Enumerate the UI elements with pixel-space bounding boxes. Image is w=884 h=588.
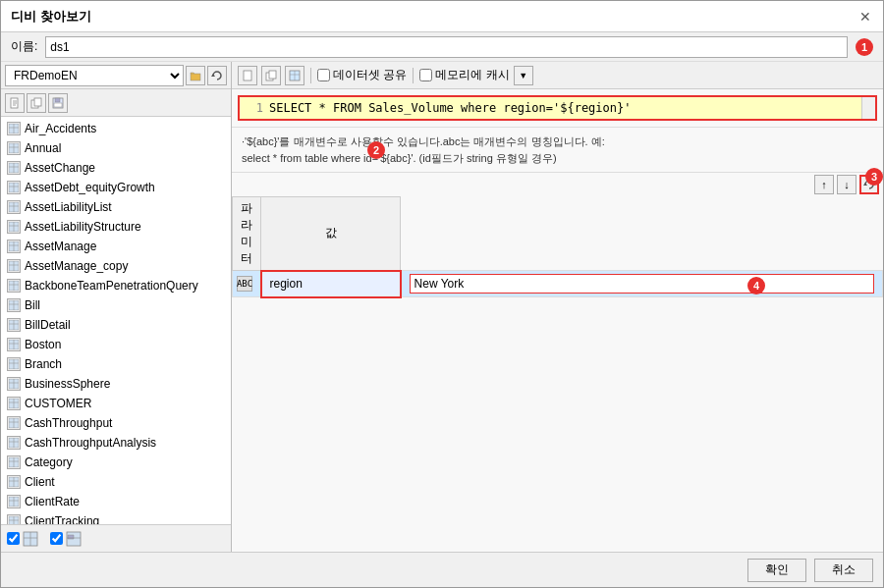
- list-item-label: CUSTOMER: [25, 397, 91, 410]
- svg-rect-0: [191, 74, 200, 80]
- checkbox-2[interactable]: [50, 532, 63, 545]
- copy-button[interactable]: [27, 93, 46, 113]
- dataset-share-checkbox[interactable]: 데이터셋 공유: [317, 67, 407, 83]
- list-item[interactable]: ClientRate: [1, 492, 231, 511]
- annotation-2: 2: [367, 141, 385, 159]
- svg-marker-88: [863, 183, 867, 186]
- list-item-label: Annual: [25, 141, 61, 155]
- param-row: ABC region: [233, 271, 883, 297]
- list-item[interactable]: AssetLiabilityList: [1, 197, 231, 217]
- table-icon: [7, 436, 21, 450]
- copy2-icon: [265, 70, 277, 81]
- list-item-label: BillDetail: [25, 318, 71, 332]
- param-value-cell: [401, 271, 883, 297]
- table-icon: [7, 122, 21, 135]
- param-table: 파라미터 값 ABC region: [232, 196, 883, 298]
- move-up-button[interactable]: ↑: [814, 175, 834, 194]
- list-item-label: AssetLiabilityList: [25, 200, 112, 214]
- table-icon: [7, 357, 21, 371]
- move-down-button[interactable]: ↓: [837, 175, 856, 194]
- list-item[interactable]: AssetDebt_equityGrowth: [1, 178, 231, 197]
- list-item-label: Branch: [25, 357, 62, 371]
- hint-line-2: select * from table where id='${abc}'. (…: [242, 150, 873, 167]
- confirm-button[interactable]: 확인: [747, 559, 806, 582]
- list-item[interactable]: Boston: [1, 335, 231, 354]
- name-row: 이름: 1: [1, 32, 883, 62]
- table-icon: [7, 298, 21, 312]
- left-toolbar: FRDemoEN: [1, 62, 231, 89]
- save-icon: [52, 97, 64, 109]
- table-icon: [7, 200, 21, 214]
- toolbar-btn-1[interactable]: [238, 66, 257, 85]
- table-icon: [7, 377, 21, 391]
- list-item[interactable]: AssetManage: [1, 237, 231, 256]
- copy-icon: [30, 97, 42, 109]
- save-button[interactable]: [48, 93, 68, 113]
- list-item[interactable]: AssetManage_copy: [1, 256, 231, 276]
- toolbar-btn-3[interactable]: [285, 66, 304, 85]
- content-area: FRDemoEN: [1, 62, 883, 552]
- table-icon: [7, 416, 21, 430]
- table-icon: [7, 240, 21, 253]
- table-icon: [7, 161, 21, 175]
- refresh-button[interactable]: [207, 66, 227, 85]
- list-item-label: AssetLiabilityStructure: [25, 220, 141, 234]
- hint-area: ·'${abc}'를 매개변수로 사용할수 있습니다.abc는 매개변수의 명칭…: [232, 127, 883, 172]
- toolbar-btn-2[interactable]: [261, 66, 281, 85]
- list-item[interactable]: ClientTracking: [1, 511, 231, 524]
- list-item-label: CashThroughputAnalysis: [25, 436, 156, 450]
- list-item[interactable]: AssetChange: [1, 158, 231, 178]
- param-value-input[interactable]: [410, 274, 874, 294]
- title-bar: 디비 찾아보기 ✕: [1, 1, 883, 32]
- list-item-label: Client: [25, 475, 55, 489]
- list-item[interactable]: BackboneTeamPenetrationQuery: [1, 276, 231, 295]
- dataset-share-check[interactable]: [317, 69, 330, 81]
- cancel-button[interactable]: 취소: [814, 559, 873, 582]
- list-item-label: AssetManage: [25, 240, 96, 253]
- table-icon: [7, 259, 21, 273]
- hint-line-1: ·'${abc}'를 매개변수로 사용할수 있습니다.abc는 매개변수의 명칭…: [242, 134, 873, 150]
- close-button[interactable]: ✕: [857, 9, 873, 25]
- toolbar-dropdown-btn[interactable]: ▼: [514, 66, 533, 85]
- name-input[interactable]: [45, 36, 848, 58]
- memory-cache-checkbox[interactable]: 메모리에 캐시: [419, 67, 509, 83]
- list-item[interactable]: AssetLiabilityStructure: [1, 217, 231, 237]
- dialog-footer: 확인 취소: [1, 552, 883, 587]
- list-item[interactable]: BusinessSphere: [1, 374, 231, 394]
- checkbox-1[interactable]: [7, 532, 20, 545]
- list-item[interactable]: Air_Accidents: [1, 119, 231, 138]
- sql-text: SELECT * FROM Sales_Volume where region=…: [269, 101, 631, 115]
- scrollbar[interactable]: [861, 97, 875, 119]
- table-icon: [7, 338, 21, 351]
- param-section: ↑ ↓ 3 파라미터: [232, 172, 883, 298]
- svg-marker-1: [211, 74, 215, 77]
- list-item-label: ClientTracking: [25, 514, 99, 524]
- sql-line: 1 SELECT * FROM Sales_Volume where regio…: [240, 97, 861, 119]
- folder-icon: [190, 70, 201, 81]
- param-name: region: [270, 277, 303, 291]
- list-item[interactable]: CashThroughputAnalysis: [1, 433, 231, 453]
- list-item[interactable]: BillDetail: [1, 315, 231, 335]
- checkbox-item-2[interactable]: [50, 531, 82, 547]
- left-toolbar2: [1, 89, 231, 117]
- abc-icon: ABC: [237, 276, 252, 292]
- svg-rect-9: [55, 98, 60, 102]
- list-item[interactable]: CashThroughput: [1, 413, 231, 433]
- new-query-button[interactable]: [5, 93, 25, 113]
- left-panel: FRDemoEN: [1, 62, 232, 552]
- database-dropdown[interactable]: FRDemoEN: [5, 65, 184, 86]
- list-item-label: Category: [25, 455, 73, 469]
- list-item-customer[interactable]: CUSTOMER: [1, 394, 231, 413]
- dialog-title: 디비 찾아보기: [11, 8, 91, 26]
- checkbox-item-1[interactable]: [7, 531, 38, 547]
- list-item[interactable]: Category: [1, 453, 231, 472]
- open-folder-button[interactable]: [186, 66, 205, 85]
- list-item[interactable]: Annual: [1, 138, 231, 158]
- list-item-branch[interactable]: Branch: [1, 354, 231, 374]
- memory-cache-check[interactable]: [419, 69, 432, 81]
- table-icon: [7, 495, 21, 508]
- doc-icon: [242, 70, 253, 81]
- sql-content: 1 SELECT * FROM Sales_Volume where regio…: [240, 97, 861, 119]
- list-item[interactable]: Client: [1, 472, 231, 492]
- list-item[interactable]: Bill: [1, 295, 231, 315]
